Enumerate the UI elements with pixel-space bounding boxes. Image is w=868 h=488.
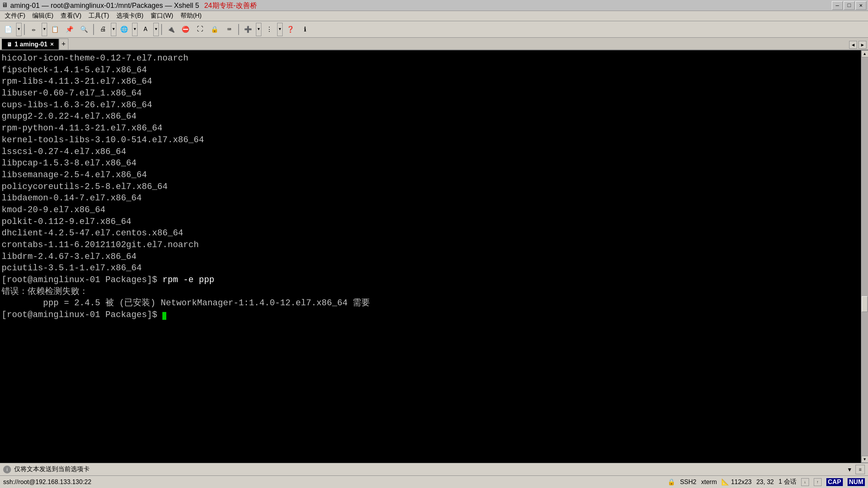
toolbar-font-btn[interactable]: A [139, 23, 152, 36]
toolbar-print-dropdown-btn[interactable]: ▼ [111, 23, 116, 36]
scrollbar-up-arrow[interactable]: ▲ [861, 50, 868, 57]
toolbar-search-btn[interactable]: 🔍 [77, 23, 91, 36]
terminal[interactable]: hicolor-icon-theme-0.12-7.el7.noarch fip… [0, 50, 861, 463]
scrollbar-thumb[interactable] [862, 296, 868, 312]
status-arrow-down-btn[interactable]: ↓ [801, 478, 809, 486]
bottombar: i 仅将文本发送到当前选项卡 ▼ ≡ [0, 463, 868, 475]
toolbar-key-btn[interactable]: ⌨ [223, 23, 236, 36]
tabbar: 🖥 1 aming-01 ✕ + ◀ ▶ [0, 38, 868, 50]
menu-help[interactable]: 帮助(H) [177, 11, 205, 21]
terminal-line: pciutils-3.5.1-1.el7.x86_64 [2, 262, 859, 274]
toolbar-sep1 [24, 24, 25, 35]
menu-view[interactable]: 查看(V) [57, 11, 85, 21]
menu-tab[interactable]: 选项卡(B) [113, 11, 147, 21]
toolbar-connect-btn[interactable]: 🔌 [164, 23, 178, 36]
tab-close-btn[interactable]: ✕ [50, 42, 54, 47]
toolbar-print-btn[interactable]: 🖨 [96, 23, 110, 36]
terminal-line: hicolor-icon-theme-0.12-7.el7.noarch [2, 53, 859, 64]
status-session-count: 1 会话 [778, 478, 796, 486]
titlebar-title: aming-01 — root@aminglinux-01:/mnt/Packa… [10, 1, 257, 10]
terminal-prompt1: [root@aminglinux-01 Packages]$ rpm -e pp… [2, 274, 859, 286]
toolbar-edit-dropdown-btn[interactable]: ▼ [42, 23, 47, 36]
toolbar-info-btn[interactable]: ℹ [298, 23, 312, 36]
tabbar-nav-right[interactable]: ▶ [859, 41, 866, 49]
toolbar-print-dropdown: ▼ [111, 23, 116, 36]
toolbar-zoom-btn[interactable]: ⛶ [193, 23, 207, 36]
bottombar-dropdown-btn[interactable]: ▼ [847, 466, 852, 473]
minimize-button[interactable]: — [832, 1, 843, 10]
status-terminal-type: xterm [701, 479, 717, 486]
toolbar-font-dropdown-btn[interactable]: ▼ [153, 23, 159, 36]
toolbar-help-btn[interactable]: ❓ [284, 23, 297, 36]
bottombar-menu-btn[interactable]: ≡ [855, 465, 865, 474]
terminal-line: cups-libs-1.6.3-26.el7.x86_64 [2, 99, 859, 111]
toolbar-session-dropdown: ▼ [277, 23, 283, 36]
toolbar-edit-dropdown: ▼ [42, 23, 47, 36]
terminal-line: libsemanage-2.5-4.el7.x86_64 [2, 169, 859, 181]
tab-add-btn[interactable]: + [59, 39, 68, 50]
terminal-line: rpm-libs-4.11.3-21.el7.x86_64 [2, 76, 859, 88]
tab-icon: 🖥 [7, 41, 12, 48]
toolbar-new-dropdown-btn[interactable]: ▼ [16, 23, 22, 36]
terminal-error-label: 错误：依赖检测失败： [2, 286, 859, 298]
toolbar: 📄 ▼ ✏️ ▼ 📋 📌 🔍 🖨 ▼ 🌐 ▼ A ▼ 🔌 ⛔ ⛶ 🔒 ⌨ ➕ ▼… [0, 21, 868, 38]
terminal-line: polkit-0.112-9.el7.x86_64 [2, 216, 859, 228]
terminal-line: fipscheck-1.4.1-5.el7.x86_64 [2, 64, 859, 76]
titlebar-left: 🖥 aming-01 — root@aminglinux-01:/mnt/Pac… [2, 1, 257, 10]
close-button[interactable]: ✕ [855, 1, 866, 10]
status-size: 📐 112x23 [721, 478, 752, 486]
maximize-button[interactable]: □ [844, 1, 855, 10]
toolbar-session-btn[interactable]: ⋮ [263, 23, 276, 36]
menu-file[interactable]: 文件(F) [2, 11, 28, 21]
terminal-line: libdrm-2.4.67-3.el7.x86_64 [2, 251, 859, 263]
menu-window[interactable]: 窗口(W) [147, 11, 177, 21]
toolbar-font-dropdown: ▼ [153, 23, 159, 36]
tab-label: 1 aming-01 [15, 41, 48, 48]
toolbar-session-dropdown-btn[interactable]: ▼ [277, 23, 283, 36]
toolbar-plus-dropdown-btn[interactable]: ▼ [256, 23, 261, 36]
terminal-line: libpcap-1.5.3-8.el7.x86_64 [2, 158, 859, 169]
tab-aming01[interactable]: 🖥 1 aming-01 ✕ [2, 39, 59, 50]
toolbar-plus-dropdown: ▼ [256, 23, 261, 36]
statusbar-left: ssh://root@192.168.133.130:22 [3, 479, 91, 486]
terminal-line: lsscsi-0.27-4.el7.x86_64 [2, 146, 859, 158]
terminal-line: crontabs-1.11-6.20121102git.el7.noarch [2, 239, 859, 251]
terminal-line: dhclient-4.2.5-47.el7.centos.x86_64 [2, 227, 859, 239]
status-cap-label: CAP [826, 478, 843, 486]
statusbar: ssh://root@192.168.133.130:22 🔒 SSH2 xte… [0, 475, 868, 488]
statusbar-right: 🔒 SSH2 xterm 📐 112x23 23, 32 1 会话 ↓ ↑ CA… [668, 478, 865, 486]
toolbar-globe-dropdown-btn[interactable]: ▼ [132, 23, 138, 36]
tabbar-nav: ◀ ▶ [849, 41, 866, 50]
statusbar-ssh-info: ssh://root@192.168.133.130:22 [3, 479, 91, 486]
menu-edit[interactable]: 编辑(E) [29, 11, 56, 21]
terminal-cursor [162, 312, 166, 320]
terminal-line: rpm-python-4.11.3-21.el7.x86_64 [2, 123, 859, 134]
toolbar-edit-btn[interactable]: ✏️ [27, 23, 40, 36]
toolbar-sep3 [161, 24, 162, 35]
scrollbar-track [861, 57, 868, 456]
status-num-label: NUM [848, 478, 865, 486]
toolbar-new-btn[interactable]: 📄 [2, 23, 15, 36]
status-arrow-up-btn[interactable]: ↑ [814, 478, 822, 486]
scrollbar-down-arrow[interactable]: ▼ [861, 456, 868, 463]
menubar: 文件(F) 编辑(E) 查看(V) 工具(T) 选项卡(B) 窗口(W) 帮助(… [0, 11, 868, 21]
tabbar-nav-left[interactable]: ◀ [849, 41, 857, 49]
bottombar-info-icon: i [3, 466, 11, 473]
terminal-line: kernel-tools-libs-3.10.0-514.el7.x86_64 [2, 134, 859, 146]
toolbar-paste-btn[interactable]: 📌 [63, 23, 76, 36]
scrollbar[interactable]: ▲ ▼ [861, 50, 868, 463]
titlebar-buttons: — □ ✕ [832, 1, 866, 10]
toolbar-copy-btn[interactable]: 📋 [48, 23, 62, 36]
menu-tools[interactable]: 工具(T) [85, 11, 112, 21]
terminal-line: libdaemon-0.14-7.el7.x86_64 [2, 193, 859, 204]
toolbar-globe-btn[interactable]: 🌐 [118, 23, 131, 36]
toolbar-disconnect-btn[interactable]: ⛔ [179, 23, 192, 36]
bottombar-text: 仅将文本发送到当前选项卡 [14, 465, 844, 473]
toolbar-lock-btn[interactable]: 🔒 [208, 23, 221, 36]
toolbar-plus-btn[interactable]: ➕ [241, 23, 255, 36]
toolbar-sep4 [238, 24, 239, 35]
toolbar-new-dropdown: ▼ [16, 23, 22, 36]
terminal-line: kmod-20-9.el7.x86_64 [2, 204, 859, 216]
terminal-wrapper: hicolor-icon-theme-0.12-7.el7.noarch fip… [0, 50, 868, 463]
terminal-line: policycoreutils-2.5-8.el7.x86_64 [2, 181, 859, 193]
